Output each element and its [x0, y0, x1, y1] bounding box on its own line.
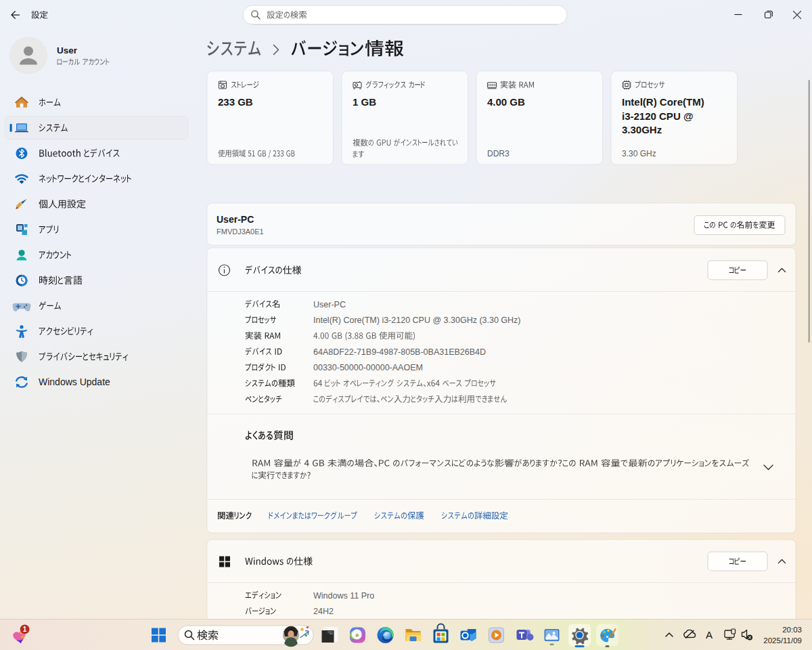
svg-text:DDR3: DDR3 — [487, 149, 510, 158]
svg-text:User-PC: User-PC — [217, 214, 254, 225]
svg-text:1: 1 — [23, 626, 27, 633]
svg-text:A: A — [706, 629, 713, 641]
svg-text:Windows Update: Windows Update — [39, 376, 110, 387]
svg-text:FMVDJ3A0E1: FMVDJ3A0E1 — [217, 228, 264, 236]
svg-text:Intel(R) Core(TM) i3-2120 CPU: Intel(R) Core(TM) i3-2120 CPU @ 3.30GHz … — [313, 316, 521, 325]
svg-text:4.00 GB: 4.00 GB — [487, 96, 525, 108]
svg-text:2025/11/09: 2025/11/09 — [763, 636, 802, 645]
svg-text:3.30GHz: 3.30GHz — [622, 124, 662, 135]
svg-text:User-PC: User-PC — [313, 300, 346, 309]
svg-text:i3-2120 CPU @: i3-2120 CPU @ — [622, 110, 694, 122]
svg-text:Windows 11 Pro: Windows 11 Pro — [313, 591, 374, 601]
svg-text:User: User — [57, 45, 78, 56]
svg-text:233 GB: 233 GB — [218, 96, 253, 108]
svg-text:20:03: 20:03 — [782, 626, 802, 634]
svg-text:00330-50000-00000-AAOEM: 00330-50000-00000-AAOEM — [313, 363, 423, 372]
svg-text:1 GB: 1 GB — [353, 96, 376, 108]
svg-text:24H2: 24H2 — [313, 607, 334, 616]
svg-text:3.30 GHz: 3.30 GHz — [622, 149, 656, 158]
svg-text:Intel(R) Core(TM): Intel(R) Core(TM) — [622, 96, 704, 108]
svg-text:64A8DF22-71B9-4987-805B-0BA31E: 64A8DF22-71B9-4987-805B-0BA31EB26B4D — [313, 347, 486, 357]
